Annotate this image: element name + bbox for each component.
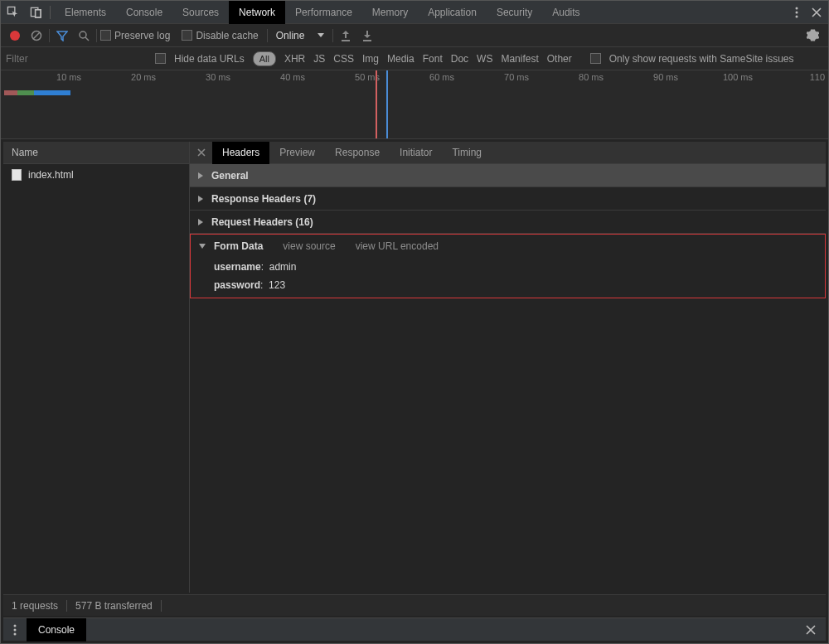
filter-type-js[interactable]: JS [313,53,325,65]
section-form-data[interactable]: Form Data view source view URL encoded [191,235,825,258]
close-detail-icon[interactable] [190,142,212,164]
svg-rect-2 [35,10,41,17]
hide-data-urls-checkbox[interactable] [155,53,166,64]
section-response-headers-label: Response Headers (7) [211,193,316,205]
form-key: password [214,279,260,291]
form-data-row: username: admin [191,258,825,276]
load-marker [386,70,388,138]
kebab-menu-icon[interactable] [788,4,805,21]
samesite-checkbox[interactable] [590,53,601,64]
svg-rect-10 [363,40,371,41]
svg-point-11 [14,624,17,627]
disable-cache-checkbox[interactable] [182,30,192,41]
view-url-encoded-link[interactable]: view URL encoded [356,240,439,252]
ruler-tick: 40 ms [280,72,305,82]
ruler-tick: 90 ms [653,72,678,82]
triangle-right-icon [198,219,203,225]
download-har-icon[interactable] [358,27,376,45]
status-bar: 1 requests 577 B transferred [3,594,826,616]
form-value: 123 [269,279,285,291]
throttling-value: Online [276,30,305,41]
tab-elements[interactable]: Elements [55,1,116,24]
filter-funnel-icon[interactable] [53,27,71,45]
settings-gear-icon[interactable] [803,27,822,45]
samesite-label: Only show requests with SameSite issues [609,53,794,65]
svg-point-12 [14,628,17,631]
section-response-headers[interactable]: Response Headers (7) [190,187,826,211]
filter-type-other[interactable]: Other [547,53,572,65]
preserve-log-checkbox[interactable] [100,30,111,41]
clear-icon[interactable] [27,27,46,45]
drawer-tab-console[interactable]: Console [27,618,86,642]
filter-input[interactable] [6,53,147,65]
tab-audits[interactable]: Audits [542,1,589,24]
form-data-highlight-box: Form Data view source view URL encoded u… [190,234,826,298]
view-source-link[interactable]: view source [283,240,335,252]
tab-console[interactable]: Console [116,1,172,24]
timeline-ruler: 10 ms 20 ms 30 ms 40 ms 50 ms 60 ms 70 m… [1,70,828,85]
inspect-icon[interactable] [1,1,24,24]
svg-point-8 [80,31,86,38]
ruler-tick: 100 ms [723,72,753,82]
request-row[interactable]: index.html [3,164,189,186]
detail-tab-preview[interactable]: Preview [269,142,325,164]
device-toggle-icon[interactable] [24,1,47,24]
drawer-kebab-icon[interactable] [3,624,27,636]
tab-security[interactable]: Security [487,1,542,24]
tab-performance[interactable]: Performance [285,1,362,24]
request-name: index.html [28,169,74,181]
filter-type-doc[interactable]: Doc [451,53,468,65]
ruler-tick: 70 ms [504,72,529,82]
status-transferred: 577 B transferred [75,600,153,612]
form-key: username [214,261,261,273]
column-header-name[interactable]: Name [3,142,189,164]
filter-type-manifest[interactable]: Manifest [501,53,538,65]
drawer-close-icon[interactable] [801,620,821,640]
filter-bar: Hide data URLs All XHR JS CSS Img Media … [1,47,828,70]
section-request-headers[interactable]: Request Headers (16) [190,211,826,234]
section-general[interactable]: General [190,164,826,187]
tab-memory[interactable]: Memory [362,1,418,24]
triangle-right-icon [198,172,203,179]
upload-har-icon[interactable] [337,27,355,45]
timeline-request-bar [4,90,70,97]
section-form-data-label: Form Data [214,240,263,252]
throttling-select[interactable]: Online [271,27,330,44]
request-list: Name index.html [3,142,190,593]
panel-tabs: Elements Console Sources Network Perform… [55,1,590,23]
ruler-tick: 60 ms [429,72,454,82]
filter-type-xhr[interactable]: XHR [284,53,305,65]
section-request-headers-label: Request Headers (16) [211,216,313,228]
hide-data-urls-label: Hide data URLs [174,53,245,65]
section-general-label: General [211,170,249,182]
detail-tab-response[interactable]: Response [325,142,390,164]
detail-tab-initiator[interactable]: Initiator [390,142,442,164]
timeline-overview[interactable]: 10 ms 20 ms 30 ms 40 ms 50 ms 60 ms 70 m… [1,70,828,139]
triangle-right-icon [198,196,203,202]
filter-type-media[interactable]: Media [387,53,414,65]
close-devtools-icon[interactable] [808,4,825,21]
ruler-tick: 10 ms [56,72,81,82]
form-value: admin [269,261,297,273]
request-detail-pane: Headers Preview Response Initiator Timin… [190,142,826,593]
filter-type-font[interactable]: Font [423,53,443,65]
svg-rect-9 [342,40,350,41]
search-icon[interactable] [75,27,93,45]
tab-sources[interactable]: Sources [172,1,229,24]
filter-type-all[interactable]: All [253,51,276,66]
filter-type-css[interactable]: CSS [333,53,354,65]
svg-point-13 [14,632,17,635]
status-requests: 1 requests [12,600,58,612]
console-drawer: Console [3,617,826,641]
detail-tab-timing[interactable]: Timing [442,142,492,164]
tab-application[interactable]: Application [418,1,487,24]
detail-tab-headers[interactable]: Headers [212,142,269,164]
preserve-log-label: Preserve log [114,30,170,41]
record-button[interactable] [6,27,24,45]
filter-type-img[interactable]: Img [362,53,379,65]
disable-cache-label: Disable cache [196,30,258,41]
chevron-down-icon [318,33,324,37]
filter-type-ws[interactable]: WS [477,53,492,65]
tab-network[interactable]: Network [229,1,285,24]
svg-point-5 [796,11,798,13]
